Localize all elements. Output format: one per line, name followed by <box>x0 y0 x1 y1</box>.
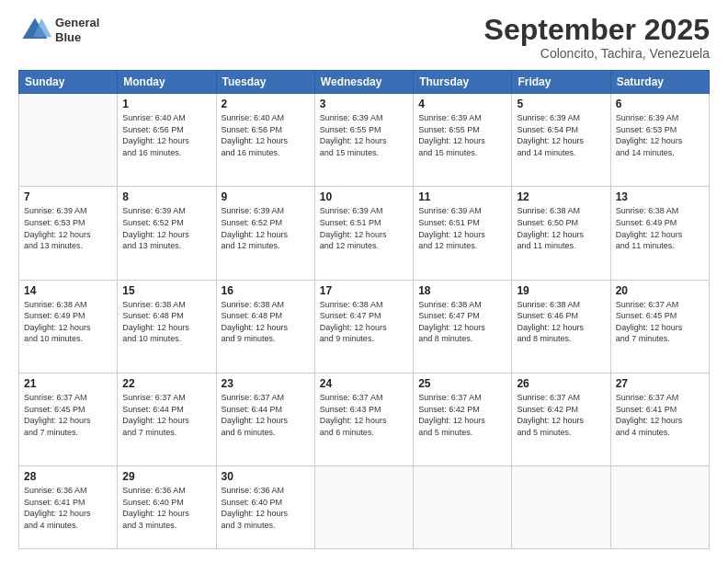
day-number: 22 <box>122 377 210 390</box>
calendar-cell: 2Sunrise: 6:40 AMSunset: 6:56 PMDaylight… <box>216 94 314 187</box>
day-info: Sunrise: 6:38 AMSunset: 6:46 PMDaylight:… <box>517 299 605 345</box>
day-number: 21 <box>24 377 112 390</box>
day-number: 25 <box>418 377 506 390</box>
day-info: Sunrise: 6:38 AMSunset: 6:49 PMDaylight:… <box>616 205 704 251</box>
day-info: Sunrise: 6:36 AMSunset: 6:40 PMDaylight:… <box>122 485 210 531</box>
calendar-cell <box>19 94 118 187</box>
day-number: 26 <box>517 377 605 390</box>
calendar-cell: 19Sunrise: 6:38 AMSunset: 6:46 PMDayligh… <box>512 280 610 373</box>
day-info: Sunrise: 6:37 AMSunset: 6:41 PMDaylight:… <box>616 392 704 438</box>
day-info: Sunrise: 6:37 AMSunset: 6:45 PMDaylight:… <box>24 392 112 438</box>
day-info: Sunrise: 6:36 AMSunset: 6:40 PMDaylight:… <box>222 485 310 531</box>
calendar-cell: 29Sunrise: 6:36 AMSunset: 6:40 PMDayligh… <box>118 466 216 549</box>
day-number: 20 <box>616 284 704 297</box>
logo-icon <box>18 14 51 47</box>
day-info: Sunrise: 6:39 AMSunset: 6:52 PMDaylight:… <box>122 205 210 251</box>
main-title: September 2025 <box>484 14 710 46</box>
weekday-header: Thursday <box>414 71 512 94</box>
day-info: Sunrise: 6:39 AMSunset: 6:51 PMDaylight:… <box>320 205 408 251</box>
calendar-cell: 13Sunrise: 6:38 AMSunset: 6:49 PMDayligh… <box>610 187 709 280</box>
calendar-cell <box>414 466 512 549</box>
day-number: 29 <box>122 470 210 483</box>
logo-text: General Blue <box>55 16 99 44</box>
calendar-cell: 4Sunrise: 6:39 AMSunset: 6:55 PMDaylight… <box>414 94 512 187</box>
calendar-cell: 15Sunrise: 6:38 AMSunset: 6:48 PMDayligh… <box>118 280 216 373</box>
calendar-cell <box>610 466 709 549</box>
day-number: 19 <box>517 284 605 297</box>
day-info: Sunrise: 6:37 AMSunset: 6:42 PMDaylight:… <box>517 392 605 438</box>
day-number: 11 <box>418 190 506 203</box>
day-info: Sunrise: 6:38 AMSunset: 6:50 PMDaylight:… <box>517 205 605 251</box>
calendar-cell: 7Sunrise: 6:39 AMSunset: 6:53 PMDaylight… <box>19 187 118 280</box>
calendar-cell: 26Sunrise: 6:37 AMSunset: 6:42 PMDayligh… <box>512 373 610 465</box>
calendar-cell <box>512 466 610 549</box>
calendar-cell: 20Sunrise: 6:37 AMSunset: 6:45 PMDayligh… <box>610 280 709 373</box>
day-number: 23 <box>222 377 310 390</box>
day-number: 9 <box>222 190 310 203</box>
weekday-header: Saturday <box>610 71 709 94</box>
weekday-header: Wednesday <box>314 71 413 94</box>
calendar-cell: 10Sunrise: 6:39 AMSunset: 6:51 PMDayligh… <box>314 187 413 280</box>
logo-line2: Blue <box>55 30 99 45</box>
calendar-cell: 14Sunrise: 6:38 AMSunset: 6:49 PMDayligh… <box>19 280 118 373</box>
logo: General Blue <box>18 14 99 47</box>
subtitle: Coloncito, Tachira, Venezuela <box>484 46 710 61</box>
day-info: Sunrise: 6:39 AMSunset: 6:55 PMDaylight:… <box>418 112 506 158</box>
calendar-cell: 6Sunrise: 6:39 AMSunset: 6:53 PMDaylight… <box>610 94 709 187</box>
calendar-cell: 30Sunrise: 6:36 AMSunset: 6:40 PMDayligh… <box>216 466 314 549</box>
logo-line1: General <box>55 16 99 30</box>
calendar-cell: 5Sunrise: 6:39 AMSunset: 6:54 PMDaylight… <box>512 94 610 187</box>
day-number: 13 <box>616 190 704 203</box>
day-number: 2 <box>222 98 310 110</box>
day-number: 14 <box>24 284 112 297</box>
calendar-cell: 18Sunrise: 6:38 AMSunset: 6:47 PMDayligh… <box>414 280 512 373</box>
day-number: 3 <box>320 98 408 110</box>
day-info: Sunrise: 6:39 AMSunset: 6:55 PMDaylight:… <box>320 112 408 158</box>
calendar-cell: 25Sunrise: 6:37 AMSunset: 6:42 PMDayligh… <box>414 373 512 465</box>
day-number: 7 <box>24 190 112 203</box>
day-number: 6 <box>616 98 704 110</box>
page: General Blue September 2025 Coloncito, T… <box>0 0 728 563</box>
day-number: 12 <box>517 190 605 203</box>
day-number: 28 <box>24 470 112 483</box>
day-info: Sunrise: 6:39 AMSunset: 6:53 PMDaylight:… <box>616 112 704 158</box>
calendar-cell: 28Sunrise: 6:36 AMSunset: 6:41 PMDayligh… <box>19 466 118 549</box>
day-number: 30 <box>222 470 310 483</box>
day-info: Sunrise: 6:39 AMSunset: 6:51 PMDaylight:… <box>418 205 506 251</box>
calendar-week-row: 21Sunrise: 6:37 AMSunset: 6:45 PMDayligh… <box>19 373 710 465</box>
day-info: Sunrise: 6:37 AMSunset: 6:44 PMDaylight:… <box>222 392 310 438</box>
day-number: 18 <box>418 284 506 297</box>
day-number: 5 <box>517 98 605 110</box>
day-number: 24 <box>320 377 408 390</box>
header: General Blue September 2025 Coloncito, T… <box>18 14 710 61</box>
day-info: Sunrise: 6:38 AMSunset: 6:48 PMDaylight:… <box>222 299 310 345</box>
day-info: Sunrise: 6:37 AMSunset: 6:45 PMDaylight:… <box>616 299 704 345</box>
calendar-cell <box>314 466 413 549</box>
calendar-cell: 24Sunrise: 6:37 AMSunset: 6:43 PMDayligh… <box>314 373 413 465</box>
calendar-week-row: 14Sunrise: 6:38 AMSunset: 6:49 PMDayligh… <box>19 280 710 373</box>
calendar-cell: 22Sunrise: 6:37 AMSunset: 6:44 PMDayligh… <box>118 373 216 465</box>
calendar-cell: 3Sunrise: 6:39 AMSunset: 6:55 PMDaylight… <box>314 94 413 187</box>
calendar-cell: 17Sunrise: 6:38 AMSunset: 6:47 PMDayligh… <box>314 280 413 373</box>
day-info: Sunrise: 6:37 AMSunset: 6:42 PMDaylight:… <box>418 392 506 438</box>
weekday-header: Sunday <box>19 71 118 94</box>
calendar-week-row: 28Sunrise: 6:36 AMSunset: 6:41 PMDayligh… <box>19 466 710 549</box>
day-info: Sunrise: 6:37 AMSunset: 6:43 PMDaylight:… <box>320 392 408 438</box>
day-info: Sunrise: 6:38 AMSunset: 6:47 PMDaylight:… <box>320 299 408 345</box>
calendar-cell: 21Sunrise: 6:37 AMSunset: 6:45 PMDayligh… <box>19 373 118 465</box>
calendar-cell: 11Sunrise: 6:39 AMSunset: 6:51 PMDayligh… <box>414 187 512 280</box>
day-info: Sunrise: 6:37 AMSunset: 6:44 PMDaylight:… <box>122 392 210 438</box>
day-number: 1 <box>122 98 210 110</box>
day-number: 15 <box>122 284 210 297</box>
day-info: Sunrise: 6:39 AMSunset: 6:53 PMDaylight:… <box>24 205 112 251</box>
calendar-cell: 12Sunrise: 6:38 AMSunset: 6:50 PMDayligh… <box>512 187 610 280</box>
weekday-row: SundayMondayTuesdayWednesdayThursdayFrid… <box>19 71 710 94</box>
day-number: 8 <box>122 190 210 203</box>
weekday-header: Tuesday <box>216 71 314 94</box>
day-number: 10 <box>320 190 408 203</box>
day-number: 4 <box>418 98 506 110</box>
calendar-week-row: 1Sunrise: 6:40 AMSunset: 6:56 PMDaylight… <box>19 94 710 187</box>
day-number: 16 <box>222 284 310 297</box>
calendar-cell: 27Sunrise: 6:37 AMSunset: 6:41 PMDayligh… <box>610 373 709 465</box>
day-info: Sunrise: 6:40 AMSunset: 6:56 PMDaylight:… <box>122 112 210 158</box>
